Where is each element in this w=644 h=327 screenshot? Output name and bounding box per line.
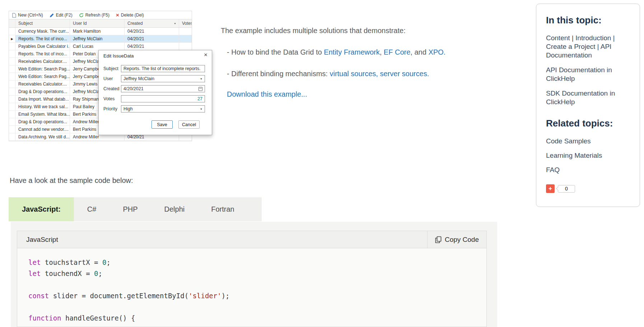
save-button[interactable]: Save [151, 120, 173, 129]
table-cell: History. Will we track sal... [15, 103, 70, 110]
share-count-badge: 0 [558, 185, 575, 193]
close-icon[interactable]: × [204, 51, 207, 59]
table-cell [179, 35, 192, 42]
table-cell: 04/20/21 [125, 28, 179, 35]
copy-code-button[interactable]: Copy Code [427, 231, 486, 248]
row-indicator-cell [9, 96, 15, 103]
table-cell: Jeffrey McClain [70, 35, 125, 42]
code-line: const slider = document.getElementById('… [28, 290, 486, 301]
code-line [28, 301, 486, 313]
created-value: 4/20/2021 [123, 86, 144, 91]
calendar-icon[interactable] [199, 87, 202, 91]
code-language-label: JavaScript [17, 236, 58, 244]
sidebar-link[interactable]: API Documentation in ClickHelp [546, 66, 631, 83]
row-indicator-cell [9, 118, 15, 125]
votes-field-row: Votes 27 [99, 95, 212, 102]
text-segment: , and [410, 48, 428, 56]
created-label: Created [103, 86, 119, 91]
sidebar-link[interactable]: Learning Materials [546, 151, 631, 160]
text-segment: - How to bind the Data Grid to [227, 48, 324, 56]
table-row[interactable]: Payables Due Calculator i...Carl Lucas04… [9, 43, 192, 50]
table-cell: 04/20/21 [125, 35, 179, 42]
share-plus-button[interactable]: + [546, 184, 555, 193]
table-cell: Web Edition: Search Pag... [15, 73, 70, 80]
selected-row-arrow-icon: ▶ [11, 37, 13, 41]
table-cell: 04/20/21 [125, 43, 179, 50]
topic-links-list: Content | Introduction | Create a Projec… [546, 34, 631, 106]
table-cell: Data Import. What datab... [15, 96, 70, 103]
toolbar-button-delete[interactable]: ×Delete (Del) [116, 12, 144, 18]
inline-link[interactable]: server sources. [380, 70, 429, 78]
table-cell: Carl Lucas [70, 43, 125, 50]
tab-delphi[interactable]: Delphi [151, 197, 198, 221]
chevron-down-icon: ▼ [200, 108, 202, 110]
row-indicator-cell [9, 126, 15, 133]
language-tabs: JavaScript:C#PHPDelphiFortran [9, 197, 262, 221]
column-header-votes[interactable]: Votes [179, 19, 192, 27]
sidebar-link[interactable]: Content | Introduction | Create a Projec… [546, 34, 631, 60]
refresh-icon [79, 13, 84, 18]
column-header-userid[interactable]: User Id [70, 19, 125, 27]
subject-input[interactable]: Reports. The list of incomplete reports. [121, 65, 205, 72]
row-indicator-header [9, 19, 15, 27]
table-cell: Email System. What libra... [15, 111, 70, 118]
table-cell [179, 28, 192, 35]
sidebar-link[interactable]: Code Samples [546, 137, 631, 146]
toolbar-button-new[interactable]: New (Ctrl+N) [12, 13, 43, 18]
table-row[interactable]: ▶Reports. The list of inco...Jeffrey McC… [9, 35, 192, 43]
subject-field-row: Subject Reports. The list of incomplete … [99, 65, 212, 72]
tab-javascript[interactable]: JavaScript: [9, 197, 74, 221]
votes-value: 27 [197, 96, 202, 101]
code-block: JavaScript Copy Code let touchstartX = 0… [17, 231, 487, 327]
table-cell: Drag & Drop operations... [15, 88, 70, 95]
sidebar-link[interactable]: SDK Documentation in ClickHelp [546, 89, 631, 106]
table-cell: Mark Hamilton [70, 28, 125, 35]
edit-pencil-icon [50, 13, 54, 18]
text-segment: , [380, 48, 384, 56]
new-document-icon [12, 13, 16, 18]
row-indicator-cell [9, 28, 15, 35]
table-cell: Receivables Calculator.... [15, 58, 70, 65]
dialog-title: Edit IssueData [103, 53, 134, 59]
toolbar-button-edit[interactable]: Edit (F2) [50, 13, 73, 18]
priority-label: Priority [103, 106, 117, 111]
subject-label: Subject [103, 66, 118, 71]
votes-input[interactable]: 27 [121, 95, 205, 102]
tab-c#[interactable]: C# [74, 197, 110, 221]
table-cell: Web Edition: Search Pag... [15, 65, 70, 73]
related-links-list: Code SamplesLearning MaterialsFAQ [546, 137, 631, 174]
inline-link[interactable]: Entity Framework [324, 48, 380, 56]
cancel-button[interactable]: Cancel [178, 120, 200, 129]
row-indicator-cell: ▶ [9, 35, 15, 42]
toolbar-button-refresh[interactable]: Refresh (F5) [79, 13, 109, 18]
table-row[interactable]: Currency Mask. The curr...Mark Hamilton0… [9, 28, 192, 35]
priority-field-row: Priority High ▼ [99, 105, 212, 112]
created-date-input[interactable]: 4/20/2021 [121, 85, 205, 92]
table-cell: Data Archiving. We still d... [15, 133, 70, 141]
tab-fortran[interactable]: Fortran [198, 197, 247, 221]
column-header-subject[interactable]: Subject [15, 19, 70, 27]
bullet-bind-datagrid: - How to bind the Data Grid to Entity Fr… [227, 47, 445, 57]
row-indicator-cell [9, 73, 15, 80]
code-example-panel: JavaScript Copy Code let touchstartX = 0… [11, 222, 497, 327]
user-combobox[interactable]: Jeffrey McClain ▼ [121, 75, 205, 82]
code-block-header: JavaScript Copy Code [17, 231, 486, 248]
inline-link[interactable]: virtual sources, [330, 70, 378, 78]
column-header-created[interactable]: Created ▼ [125, 19, 179, 27]
row-indicator-cell [9, 80, 15, 88]
chevron-down-icon: ▼ [200, 78, 202, 80]
inline-link[interactable]: EF Core [384, 48, 410, 56]
row-indicator-cell [9, 65, 15, 73]
user-label: User [103, 76, 113, 81]
download-example-link[interactable]: Download this example... [227, 89, 307, 99]
table-cell: Payables Due Calculator i... [15, 43, 70, 50]
sidebar-link[interactable]: FAQ [546, 166, 631, 174]
tab-php[interactable]: PHP [109, 197, 151, 221]
user-value: Jeffrey McClain [123, 76, 154, 81]
grid-toolbar: New (Ctrl+N)Edit (F2)Refresh (F5)×Delete… [9, 11, 192, 19]
related-topics-heading: Related topics: [546, 118, 631, 129]
toolbar-button-label: Delete (Del) [121, 13, 144, 18]
priority-combobox[interactable]: High ▼ [121, 105, 205, 112]
inline-link[interactable]: XPO. [428, 48, 445, 56]
priority-value: High [123, 106, 133, 111]
